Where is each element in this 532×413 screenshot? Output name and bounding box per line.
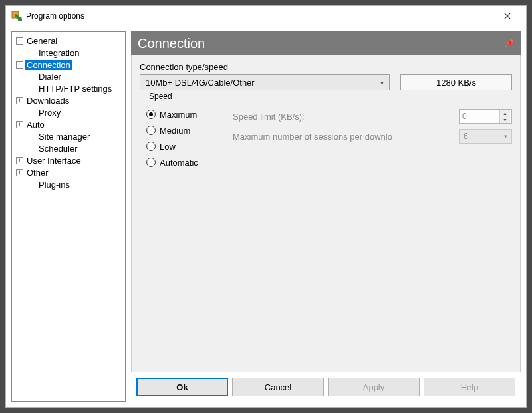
- tree-label: Site manager: [37, 132, 91, 142]
- tree-item-general[interactable]: −General: [13, 35, 124, 47]
- tree-expand-icon[interactable]: +: [16, 97, 23, 104]
- tree-label: Auto: [25, 120, 46, 130]
- window-title: Program options: [26, 11, 84, 21]
- tree-item-http-ftp-settings[interactable]: HTTP/FTP settings: [13, 82, 124, 94]
- radio-low[interactable]: Low: [146, 138, 233, 154]
- rate-display[interactable]: 1280 KB/s: [400, 74, 512, 90]
- settings-panel: Connection 📌 Connection type/speed 10Mb+…: [131, 31, 521, 402]
- chevron-down-icon: ▾: [504, 133, 507, 140]
- speed-limit-label: Speed limit (KB/s):: [233, 112, 459, 122]
- button-row: Ok Cancel Apply Help: [131, 372, 521, 402]
- tree-item-site-manager[interactable]: Site manager: [13, 130, 124, 142]
- tree-item-auto[interactable]: +Auto: [13, 118, 124, 130]
- tree-item-integration[interactable]: Integration: [13, 47, 124, 59]
- tree-label: Integration: [37, 48, 80, 58]
- tree-item-proxy[interactable]: Proxy: [13, 106, 124, 118]
- max-sessions-combo[interactable]: 6 ▾: [459, 129, 512, 144]
- arrow-down-icon[interactable]: ▼: [500, 116, 510, 123]
- chevron-down-icon: ▾: [380, 79, 384, 86]
- speed-group: Speed Maximum Medium: [140, 97, 512, 170]
- content-area: −GeneralIntegration−ConnectionDialerHTTP…: [6, 26, 526, 407]
- tree-label: Other: [25, 168, 50, 178]
- tree-item-plug-ins[interactable]: Plug-ins: [13, 178, 124, 190]
- tree-item-connection[interactable]: −Connection: [13, 59, 124, 70]
- connection-type-value: 10Mb+ DSL/4G/Cable/Other: [146, 78, 255, 88]
- tree-item-scheduler[interactable]: Scheduler: [13, 142, 124, 154]
- apply-button[interactable]: Apply: [328, 378, 420, 396]
- tree-collapse-icon[interactable]: −: [16, 61, 23, 69]
- tree-label: Proxy: [37, 108, 62, 118]
- tree-label: Downloads: [25, 96, 70, 106]
- tree-item-other[interactable]: +Other: [13, 166, 124, 178]
- radio-icon: [146, 158, 156, 167]
- section-header: Connection 📌: [131, 31, 521, 55]
- tree-label: Connection: [25, 60, 72, 70]
- options-window: Program options −GeneralIntegration−Conn…: [5, 5, 527, 408]
- titlebar: Program options: [6, 6, 526, 26]
- radio-icon: [146, 142, 156, 151]
- radio-automatic[interactable]: Automatic: [146, 154, 233, 170]
- tree-expand-icon[interactable]: +: [16, 169, 23, 176]
- tree-label: User Interface: [25, 156, 82, 166]
- ok-button[interactable]: Ok: [136, 378, 228, 396]
- tree-label: General: [25, 36, 59, 46]
- tree-expand-icon[interactable]: +: [16, 121, 23, 128]
- arrow-up-icon[interactable]: ▲: [500, 110, 510, 116]
- help-button[interactable]: Help: [424, 378, 515, 396]
- section-title: Connection: [138, 36, 205, 51]
- radio-maximum[interactable]: Maximum: [146, 106, 233, 122]
- speed-group-label: Speed: [146, 92, 175, 101]
- tree-label: HTTP/FTP settings: [37, 84, 113, 94]
- tree-panel: −GeneralIntegration−ConnectionDialerHTTP…: [11, 31, 126, 402]
- app-icon: [11, 11, 22, 21]
- tree-item-user-interface[interactable]: +User Interface: [13, 154, 124, 166]
- cancel-button[interactable]: Cancel: [232, 378, 324, 396]
- spinner-arrows[interactable]: ▲ ▼: [499, 110, 510, 123]
- tree-label: Dialer: [37, 72, 63, 82]
- connection-type-combo[interactable]: 10Mb+ DSL/4G/Cable/Other ▾: [140, 74, 390, 90]
- speed-radios: Maximum Medium Low: [140, 106, 233, 170]
- close-button[interactable]: [494, 7, 521, 25]
- tree-item-dialer[interactable]: Dialer: [13, 70, 124, 82]
- radio-medium[interactable]: Medium: [146, 122, 233, 138]
- tree-item-downloads[interactable]: +Downloads: [13, 94, 124, 106]
- radio-icon: [146, 110, 156, 119]
- speed-limit-input[interactable]: [460, 110, 499, 123]
- form-area: Connection type/speed 10Mb+ DSL/4G/Cable…: [131, 55, 521, 372]
- radio-icon: [146, 126, 156, 135]
- speed-limit-spinner[interactable]: ▲ ▼: [459, 109, 512, 124]
- connection-type-label: Connection type/speed: [140, 62, 512, 72]
- speed-settings: Speed limit (KB/s): ▲ ▼: [233, 106, 512, 170]
- tree-expand-icon[interactable]: +: [16, 157, 23, 164]
- tree-label: Scheduler: [37, 144, 79, 154]
- max-sessions-label: Maximum number of sessions per downlo: [233, 132, 459, 142]
- pin-icon: 📌: [504, 39, 514, 48]
- tree-collapse-icon[interactable]: −: [16, 37, 23, 45]
- tree-label: Plug-ins: [37, 180, 71, 190]
